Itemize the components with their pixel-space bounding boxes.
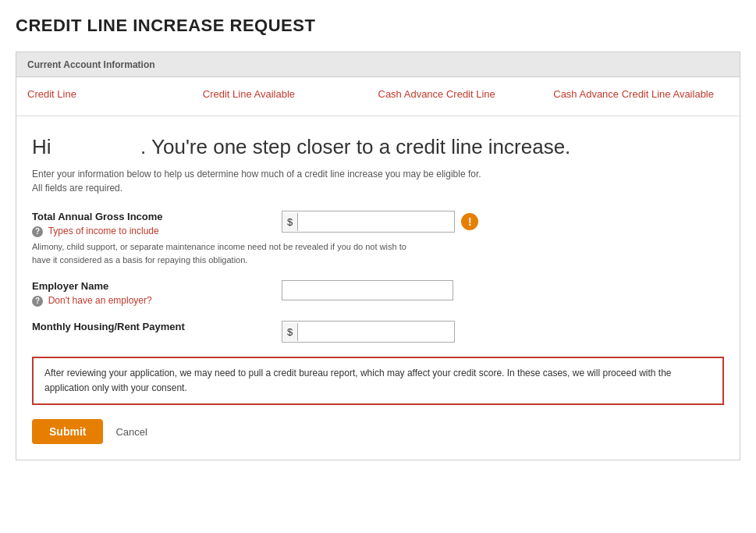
housing-row: Monthly Housing/Rent Payment $ [32,321,724,343]
greeting-text: Hi . You're one step closer to a credit … [32,135,724,159]
income-input[interactable] [298,211,454,232]
col-credit-line: Credit Line [27,88,203,100]
housing-input-wrapper: $ [282,321,455,343]
alert-box: After reviewing your application, we may… [32,357,724,405]
housing-input-area: $ [282,321,455,343]
greeting-prefix: Hi [32,135,51,158]
housing-label: Monthly Housing/Rent Payment [32,321,282,332]
employer-row: Employer Name ? Don't have an employer? [32,280,724,307]
col-cash-advance-credit-line-available: Cash Advance Credit Line Available [553,88,729,100]
greeting-suffix: . You're one step closer to a credit lin… [140,135,570,158]
form-section: Hi . You're one step closer to a credit … [16,116,740,460]
income-disclaimer: Alimony, child support, or separate main… [32,240,422,266]
alert-text: After reviewing your application, we may… [44,366,712,396]
page-title: CREDIT LINE INCREASE REQUEST [16,16,740,36]
income-row: Total Annual Gross Income ? Types of inc… [32,211,724,237]
employer-label-area: Employer Name ? Don't have an employer? [32,280,282,307]
account-columns: Credit Line Credit Line Available Cash A… [16,77,740,116]
account-info-header: Current Account Information [16,52,740,77]
button-row: Submit Cancel [32,419,724,444]
subtext-line1: Enter your information below to help us … [32,169,481,179]
income-help-icon[interactable]: ? [32,226,43,237]
employer-helper-link[interactable]: Don't have an employer? [48,295,152,306]
income-prefix: $ [282,213,298,231]
income-label-area: Total Annual Gross Income ? Types of inc… [32,211,282,237]
subtext: Enter your information below to help us … [32,167,724,195]
employer-input[interactable] [282,280,453,300]
submit-button[interactable]: Submit [32,419,103,444]
employer-label: Employer Name [32,280,282,292]
col-credit-line-available: Credit Line Available [203,88,378,100]
income-label: Total Annual Gross Income [32,211,282,222]
employer-help-icon[interactable]: ? [32,296,43,307]
income-input-wrapper: $ [282,211,455,233]
col-cash-advance-credit-line: Cash Advance Credit Line [378,88,554,100]
main-container: Current Account Information Credit Line … [16,52,740,460]
housing-input[interactable] [298,322,454,342]
income-input-area: $ ! [282,211,478,233]
housing-group: Monthly Housing/Rent Payment $ [32,321,724,343]
income-warning-icon[interactable]: ! [461,213,478,230]
income-helper-link[interactable]: Types of income to include [48,226,159,236]
housing-prefix: $ [282,323,298,341]
housing-label-area: Monthly Housing/Rent Payment [32,321,282,332]
cancel-link[interactable]: Cancel [115,426,147,438]
income-group: Total Annual Gross Income ? Types of inc… [32,211,724,266]
account-info-label: Current Account Information [27,59,155,70]
employer-group: Employer Name ? Don't have an employer? [32,280,724,307]
subtext-line2: All fields are required. [32,183,122,194]
employer-input-area [282,280,453,300]
